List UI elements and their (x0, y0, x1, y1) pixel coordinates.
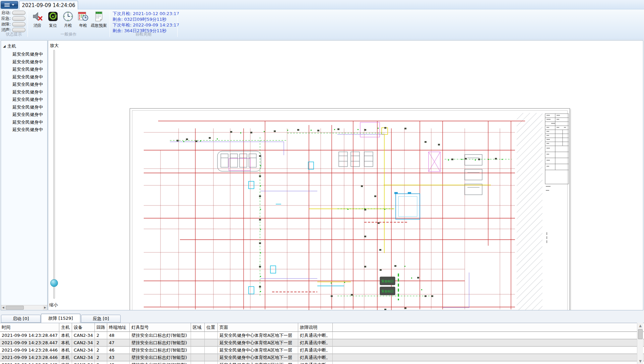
sidebar-item-host[interactable]: 延安全民健身中 (1, 73, 47, 81)
tab-start-events[interactable]: 启动 [0] (1, 315, 41, 323)
column-header[interactable]: 回路 (95, 323, 107, 332)
table-cell: 延安全民健身中心体育馆A区地下一层 (218, 347, 298, 354)
application-window: 2021-09-09 14:24:06 启动: 应急: 故障: 消声: 状态提示… (0, 0, 644, 364)
status-label-start: 启动: (1, 10, 11, 15)
sidebar-item-host[interactable]: 延安全民健身中 (1, 111, 47, 119)
sidebar-item-host[interactable]: 延安全民健身中 (1, 66, 47, 73)
column-header[interactable]: 主机 (59, 323, 72, 332)
status-label-emergency: 应急: (1, 16, 11, 21)
table-cell (205, 332, 218, 339)
tab-emergency-events[interactable]: 应急 [0] (81, 315, 121, 323)
table-cell (191, 332, 205, 339)
next-monthly-check: 下次月检: 2021-10-12 00:23:17 (113, 11, 179, 17)
annual-check-button[interactable]: 年检 (75, 11, 91, 31)
reset-button[interactable]: 复位 (45, 11, 61, 31)
clock-icon (63, 11, 73, 22)
table-cell: 48 (107, 332, 130, 339)
sidebar-item-host[interactable]: 延安全民健身中 (1, 51, 47, 58)
column-header[interactable]: 灯具型号 (130, 323, 191, 332)
table-cell: 延安全民健身中心体育馆A区地下一层 (218, 339, 298, 347)
floorplan-canvas[interactable]: 放大 缩小 (48, 40, 643, 310)
table-cell (205, 339, 218, 347)
table-row[interactable]: 2021-09-09 14:23:28.445本机CAN2-34242壁挂安全出… (0, 361, 644, 364)
main-menu-button[interactable] (1, 1, 18, 9)
column-header[interactable]: 时间 (0, 323, 59, 332)
group-separator (177, 11, 178, 37)
table-row[interactable]: 2021-09-09 14:23:28.447本机CAN2-34248壁挂安全出… (0, 332, 644, 339)
table-row[interactable]: 2021-09-09 14:23:28.446本机CAN2-34246壁挂安全出… (0, 347, 644, 354)
table-cell: 2021-09-09 14:23:28.446 (0, 354, 59, 361)
scroll-right-icon[interactable]: ▶ (43, 305, 47, 310)
table-cell: CAN2-34 (72, 332, 95, 339)
table-cell: 延安全民健身中心体育馆A区地下一层 (218, 354, 298, 361)
table-row[interactable]: 2021-09-09 14:23:28.446本机CAN2-34243壁挂安全出… (0, 354, 644, 361)
cad-drawing[interactable]: 安全出口 安全出口 (130, 108, 570, 310)
table-cell (191, 347, 205, 354)
status-indicator-fault (12, 22, 25, 26)
sidebar-item-host[interactable]: 延安全民健身中 (1, 104, 47, 111)
scrollbar-thumb[interactable] (638, 329, 643, 339)
reset-arrow-icon (48, 11, 58, 22)
column-header[interactable]: 页面 (218, 323, 298, 332)
column-header[interactable]: 位置 (205, 323, 218, 332)
scroll-down-icon[interactable]: ▼ (637, 358, 643, 364)
column-header[interactable]: 故障说明 (298, 323, 333, 332)
zoom-slider-thumb[interactable] (50, 279, 58, 287)
sidebar-item-host[interactable]: 延安全民健身中 (1, 81, 47, 88)
status-indicator-emergency (12, 16, 25, 21)
table-cell: 壁挂安全出口标志灯(智能型) (130, 361, 191, 364)
sidebar-horizontal-scrollbar[interactable]: ◀ ▶ (1, 305, 47, 310)
tree-expand-icon[interactable]: ◢ (3, 44, 6, 48)
scrollbar-thumb[interactable] (6, 306, 24, 310)
table-cell: 2 (95, 347, 107, 354)
evacuation-plan-button[interactable]: 疏散预案 (89, 11, 109, 31)
title-bar: 2021-09-09 14:24:06 (0, 0, 644, 9)
sidebar-item-host[interactable]: 延安全民健身中 (1, 88, 47, 96)
table-cell: 本机 (59, 332, 72, 339)
hatch-band (517, 113, 542, 310)
scroll-left-icon[interactable]: ◀ (1, 305, 5, 310)
sidebar-item-host[interactable]: 延安全民健身中 (1, 126, 47, 134)
table-cell: 本机 (59, 347, 72, 354)
monthly-remaining: 剩余: 032日09时59分11秒 (113, 16, 167, 22)
table-cell (205, 354, 218, 361)
table-cell: 47 (107, 339, 130, 347)
group-caption-selfcheck: 自检周期 (110, 32, 177, 37)
table-cell (205, 347, 218, 354)
column-header[interactable]: 终端地址 (107, 323, 130, 332)
table-cell: 本机 (59, 339, 72, 347)
table-cell: 灯具通讯中断。 (298, 361, 333, 364)
svg-text:安全出口: 安全出口 (382, 290, 394, 293)
column-header[interactable]: 设备 (72, 323, 95, 332)
table-cell (191, 354, 205, 361)
next-annual-check: 下次年检: 2022-09-09 14:23:17 (113, 22, 179, 28)
sidebar-items: 延安全民健身中延安全民健身中延安全民健身中延安全民健身中延安全民健身中延安全民健… (1, 51, 47, 134)
monthly-check-button[interactable]: 月检 (60, 11, 76, 31)
table-cell: 本机 (59, 361, 72, 364)
evacuation-plan-icon (93, 11, 104, 22)
table-header-row: 时间主机设备回路终端地址灯具型号区域位置页面故障说明 (0, 323, 644, 332)
zoom-slider-track[interactable] (53, 50, 55, 299)
table-row[interactable]: 2021-09-09 14:23:28.447本机CAN2-34247壁挂安全出… (0, 339, 644, 347)
status-indicator-start (12, 11, 25, 15)
sidebar-item-host[interactable]: 延安全民健身中 (1, 119, 47, 126)
sidebar-item-host[interactable]: 延安全民健身中 (1, 96, 47, 104)
current-time-tab[interactable]: 2021-09-09 14:24:06 (19, 1, 78, 9)
table-vertical-scrollbar[interactable]: ▲ ▼ (637, 323, 643, 364)
table-cell: 2021-09-09 14:23:28.446 (0, 347, 59, 354)
scroll-up-icon[interactable]: ▲ (637, 323, 643, 328)
tree-root-host[interactable]: ◢ 主机 (3, 43, 16, 49)
event-log-panel: 启动 [0] 故障 [1529] 应急 [0] 时间主机设备回路终端地址灯具型号… (0, 314, 644, 364)
mute-button[interactable]: 消音 (29, 11, 46, 31)
column-header[interactable]: 区域 (191, 323, 205, 332)
sidebar-item-host[interactable]: 延安全民健身中 (1, 58, 47, 66)
table-cell: 壁挂安全出口标志灯(智能型) (130, 339, 191, 347)
zoom-in-label: 放大 (50, 43, 59, 49)
table-cell: 2021-09-09 14:23:28.447 (0, 339, 59, 347)
table-cell (191, 339, 205, 347)
group-caption-status: 状态提示 (0, 32, 27, 37)
table-cell: CAN2-34 (72, 347, 95, 354)
exit-sign: 安全出口 (380, 287, 395, 295)
tab-fault-events[interactable]: 故障 [1529] (41, 314, 80, 323)
table-body: 2021-09-09 14:23:28.447本机CAN2-34248壁挂安全出… (0, 332, 644, 364)
